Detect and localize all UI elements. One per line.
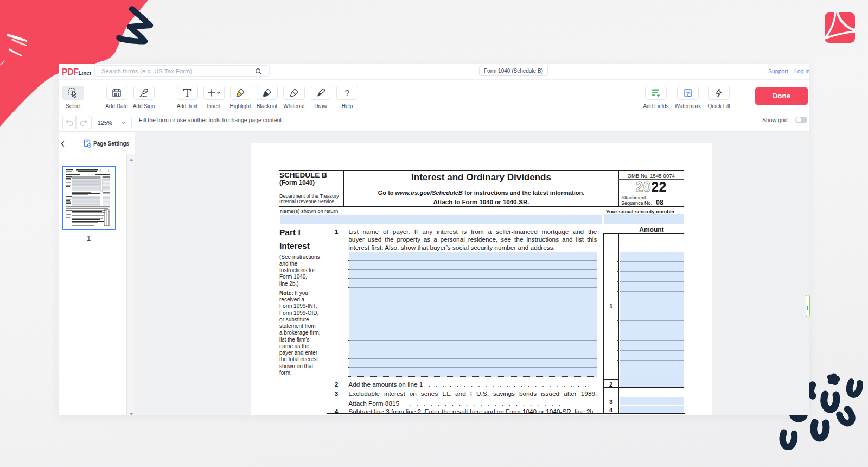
svg-text:?: ? [345,88,349,97]
